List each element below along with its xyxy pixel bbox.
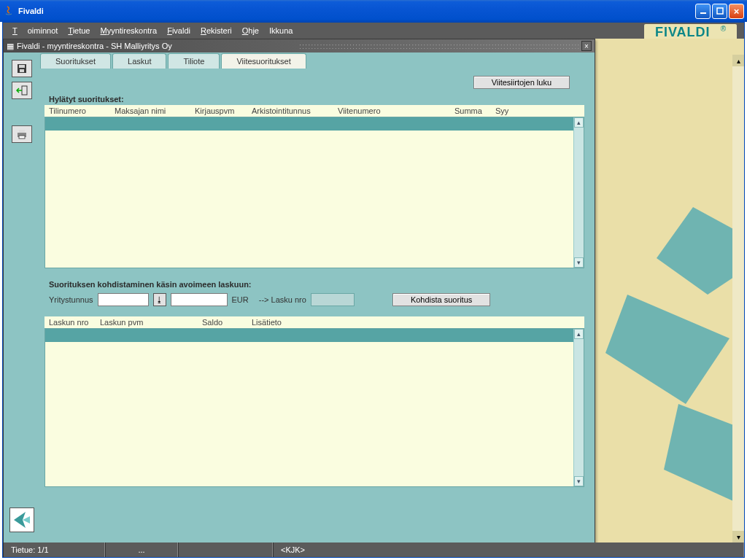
tab-suoritukset[interactable]: Suoritukset	[40, 53, 111, 69]
lasku-arrow-label: --> Lasku nro	[259, 295, 306, 304]
inner-window-icon: ▦	[7, 42, 14, 51]
eur-label: EUR	[232, 295, 249, 304]
workspace: ▴ ▾ ▦ Fivaldi - myyntireskontra - SH Mal…	[3, 39, 744, 542]
table-scrollbar[interactable]: ▴ ▾	[573, 329, 584, 486]
statusbar: Tietue: 1/1 ... <KJK>	[3, 542, 744, 557]
workspace-scrollbar[interactable]: ▴ ▾	[732, 55, 744, 542]
col-lisatieto: Lisätieto	[252, 318, 282, 327]
col-arkistointitunnus: Arkistointitunnus	[252, 106, 338, 115]
col-summa: Summa	[454, 106, 495, 115]
menu-ohje[interactable]: Ohje	[237, 25, 264, 36]
amount-input[interactable]	[171, 293, 228, 306]
app-frame: Toiminnot Tietue Myyntireskontra Fivaldi…	[2, 22, 745, 558]
col-syy: Syy	[495, 106, 508, 115]
svg-marker-2	[657, 207, 744, 295]
table-row[interactable]	[45, 329, 584, 342]
os-close-button[interactable]: ×	[729, 4, 744, 19]
status-cell-2: ...	[105, 542, 178, 557]
menu-toiminnot[interactable]: Toiminnot	[7, 25, 63, 36]
print-button[interactable]	[12, 125, 32, 143]
svg-rect-10	[19, 130, 25, 133]
table-scrollbar[interactable]: ▴ ▾	[573, 117, 584, 268]
exit-button[interactable]	[12, 82, 32, 99]
svg-rect-7	[20, 69, 24, 72]
svg-marker-13	[23, 516, 30, 524]
tab-tiliote[interactable]: Tiliote	[168, 53, 220, 69]
col-maksajan-nimi: Maksajan nimi	[115, 106, 195, 115]
menu-myyntireskontra[interactable]: Myyntireskontra	[95, 25, 162, 36]
lookup-button[interactable]: ⭳	[153, 293, 166, 306]
svg-rect-0	[700, 12, 706, 14]
invoice-table-header: Laskun nro Laskun pvm Saldo Lisätieto	[44, 316, 584, 328]
invoice-table[interactable]: ▴ ▾	[44, 328, 584, 487]
tab-panel: Viitesiirtojen luku Hylätyt suoritukset:…	[40, 69, 589, 494]
os-titlebar: Fivaldi ×	[0, 0, 747, 22]
svg-rect-8	[22, 86, 27, 95]
scroll-down-icon[interactable]: ▾	[574, 257, 584, 268]
tab-laskut[interactable]: Laskut	[112, 53, 166, 69]
allocation-form-row: Yritystunnus ⭳ EUR --> Lasku nro Kohdist…	[49, 293, 584, 306]
tab-bar: Suoritukset Laskut Tiliote Viitesuorituk…	[40, 52, 589, 69]
scroll-up-icon[interactable]: ▴	[732, 55, 744, 66]
svg-rect-1	[717, 8, 723, 14]
fivaldi-icon-button[interactable]	[9, 508, 34, 532]
svg-rect-6	[19, 65, 25, 68]
col-laskun-nro: Laskun nro	[49, 318, 100, 327]
download-icon: ⭳	[155, 295, 163, 304]
os-minimize-button[interactable]	[695, 4, 711, 19]
col-laskun-pvm: Laskun pvm	[100, 318, 202, 327]
tab-viitesuoritukset[interactable]: Viitesuoritukset	[221, 53, 306, 69]
status-user: <KJK>	[273, 542, 744, 557]
rejected-table-header: Tilinumero Maksajan nimi Kirjauspvm Arki…	[44, 105, 584, 117]
java-icon	[3, 5, 15, 17]
exit-icon	[16, 85, 28, 96]
content-area: Suoritukset Laskut Tiliote Viitesuorituk…	[40, 52, 595, 542]
col-viitenumero: Viitenumero	[338, 106, 454, 115]
scroll-up-icon[interactable]: ▴	[574, 329, 584, 339]
scroll-down-icon[interactable]: ▾	[574, 476, 584, 486]
table-row[interactable]	[45, 117, 584, 131]
viitesiirtojen-luku-button[interactable]: Viitesiirtojen luku	[473, 76, 570, 89]
background-decor	[584, 185, 744, 513]
lasku-nro-field	[311, 293, 355, 306]
yritystunnus-input[interactable]	[98, 293, 149, 306]
rejected-table[interactable]: ▴ ▾	[44, 117, 584, 268]
rejected-payments-label: Hylätyt suoritukset:	[49, 95, 584, 104]
yritystunnus-label: Yritystunnus	[49, 295, 93, 304]
menu-ikkuna[interactable]: Ikkuna	[264, 25, 298, 36]
kohdista-suoritus-button[interactable]: Kohdista suoritus	[392, 293, 490, 306]
save-button[interactable]	[12, 60, 32, 77]
scroll-up-icon[interactable]: ▴	[574, 117, 584, 128]
inner-window-title: Fivaldi - myyntireskontra - SH Malliyrit…	[17, 42, 299, 50]
fivaldi-arrow-icon	[12, 510, 31, 529]
svg-rect-11	[19, 136, 25, 139]
printer-icon	[16, 129, 28, 139]
col-tilinumero: Tilinumero	[49, 106, 115, 115]
status-tietue: Tietue: 1/1	[3, 542, 105, 557]
menu-tietue[interactable]: Tietue	[63, 25, 95, 36]
os-window-title: Fivaldi	[18, 7, 695, 15]
manual-allocation-label: Suorituksen kohdistaminen käsin avoimeen…	[49, 280, 584, 289]
col-saldo: Saldo	[202, 318, 252, 327]
inner-close-button[interactable]: ×	[581, 41, 592, 51]
titlebar-grip: ::::::::::::::::::::::::::::::::::::::::…	[299, 42, 581, 50]
inner-window: ▦ Fivaldi - myyntireskontra - SH Malliyr…	[3, 39, 595, 542]
side-toolbar	[4, 52, 40, 542]
menu-rekisteri[interactable]: Rekisteri	[196, 25, 237, 36]
os-maximize-button[interactable]	[712, 4, 727, 19]
status-cell-3	[178, 542, 273, 557]
menubar: Toiminnot Tietue Myyntireskontra Fivaldi…	[3, 23, 744, 39]
floppy-icon	[16, 63, 28, 74]
scroll-down-icon[interactable]: ▾	[732, 531, 744, 542]
svg-marker-3	[605, 295, 729, 404]
inner-titlebar[interactable]: ▦ Fivaldi - myyntireskontra - SH Malliyr…	[4, 39, 595, 52]
menu-fivaldi[interactable]: Fivaldi	[162, 25, 196, 36]
col-kirjauspvm: Kirjauspvm	[195, 106, 252, 115]
